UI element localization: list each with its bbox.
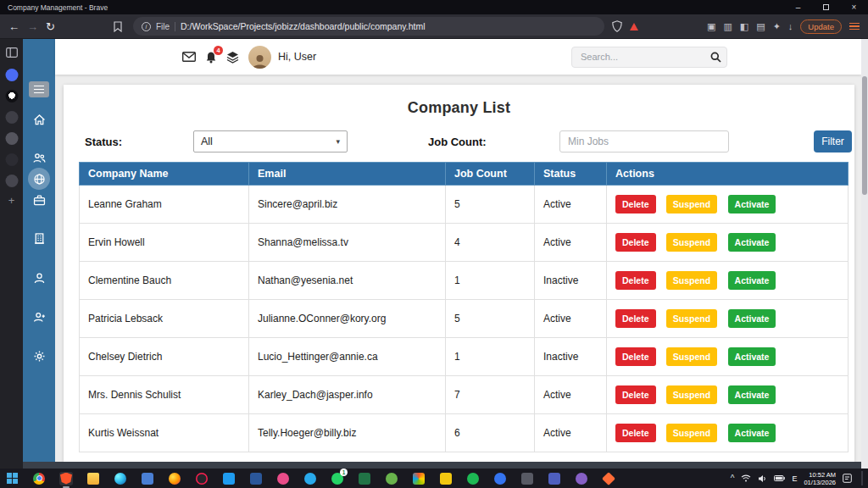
status-select[interactable]: All ▾: [193, 130, 348, 152]
language-indicator[interactable]: E: [792, 474, 797, 483]
taskbar-phone-link-icon[interactable]: [520, 472, 534, 485]
delete-button[interactable]: Delete: [615, 271, 656, 290]
activate-button[interactable]: Activate: [728, 233, 776, 252]
sidebar-item-office[interactable]: [23, 231, 55, 246]
delete-button[interactable]: Delete: [615, 385, 656, 404]
delete-button[interactable]: Delete: [615, 309, 656, 328]
leo-ai-shortcut-icon[interactable]: [5, 69, 18, 81]
user-avatar[interactable]: [248, 46, 271, 69]
url-text[interactable]: D:/WorkSpace/Projects/jobizz/dashboard/p…: [181, 21, 426, 31]
taskbar-opera-icon[interactable]: [195, 472, 209, 485]
reload-icon[interactable]: ↻: [46, 21, 55, 32]
app-shortcut-icon-2[interactable]: [5, 132, 18, 145]
site-info-icon[interactable]: i: [142, 22, 151, 31]
delete-button[interactable]: Delete: [615, 195, 656, 214]
menu-icon[interactable]: [849, 23, 860, 30]
taskbar-clock[interactable]: 10:52 AM 01/13/2026: [804, 471, 836, 486]
sidebar-item-profile[interactable]: [23, 271, 55, 286]
sidebar-item-settings[interactable]: [23, 349, 55, 363]
taskbar-chrome-icon[interactable]: [32, 472, 46, 485]
forward-icon[interactable]: →: [27, 21, 38, 32]
activate-button[interactable]: Activate: [728, 424, 776, 442]
suspend-button[interactable]: Suspend: [666, 385, 717, 404]
start-button-icon[interactable]: [5, 472, 19, 485]
sidebar-icon[interactable]: ◧: [740, 22, 748, 31]
tray-overflow-chevron-icon[interactable]: ^: [731, 474, 735, 483]
close-button[interactable]: ×: [840, 0, 868, 14]
taskbar-photos-icon[interactable]: [412, 472, 426, 485]
taskbar-edge-icon[interactable]: [114, 472, 127, 485]
notifications-bell-icon[interactable]: 4: [205, 51, 217, 64]
scrollbar-thumb[interactable]: [862, 76, 867, 195]
reading-mode-icon[interactable]: ▤: [756, 22, 765, 31]
notification-center-icon[interactable]: [843, 474, 852, 483]
taskbar-power-bi-icon[interactable]: [439, 472, 453, 485]
github-shortcut-icon[interactable]: [5, 90, 18, 103]
taskbar-telegram-icon[interactable]: [303, 472, 317, 485]
taskbar-word-icon[interactable]: [249, 472, 263, 485]
taskbar-teams-person-icon[interactable]: [385, 472, 398, 485]
taskbar-dribbble-icon[interactable]: [276, 472, 290, 485]
filter-button[interactable]: Filter: [814, 130, 852, 152]
back-icon[interactable]: ←: [8, 21, 19, 32]
search-input[interactable]: [571, 47, 727, 68]
app-shortcut-icon-4[interactable]: [5, 175, 18, 187]
activate-button[interactable]: Activate: [728, 385, 776, 404]
delete-button[interactable]: Delete: [615, 233, 656, 252]
sidebar-item-jobs[interactable]: [23, 193, 55, 208]
activate-button[interactable]: Activate: [728, 271, 776, 290]
volume-icon[interactable]: [758, 474, 767, 483]
wallet-icon[interactable]: ▥: [723, 22, 732, 31]
brave-shield-icon[interactable]: [612, 20, 622, 32]
taskbar-visual-studio-icon[interactable]: [575, 472, 588, 485]
bookmark-icon[interactable]: [114, 21, 122, 32]
wifi-icon[interactable]: [741, 474, 751, 482]
update-button[interactable]: Update: [800, 19, 842, 34]
extensions-icon[interactable]: ▣: [707, 22, 715, 31]
suspend-button[interactable]: Suspend: [666, 347, 717, 366]
add-shortcut-button[interactable]: +: [8, 195, 15, 206]
maximize-button[interactable]: [812, 0, 840, 14]
mail-icon[interactable]: [182, 52, 196, 62]
delete-button[interactable]: Delete: [615, 424, 656, 442]
taskbar-teams-icon[interactable]: [548, 472, 561, 485]
sidebar-item-add-user[interactable]: [23, 310, 55, 324]
taskbar-calculator-icon[interactable]: [141, 472, 154, 485]
battery-icon[interactable]: [774, 475, 785, 481]
taskbar-vscode-icon[interactable]: [222, 472, 236, 485]
taskbar-whatsapp-icon[interactable]: 1: [331, 472, 344, 485]
activate-button[interactable]: Activate: [728, 309, 776, 328]
show-desktop-button[interactable]: [861, 471, 863, 485]
layers-stack-icon[interactable]: [226, 51, 239, 64]
suspend-button[interactable]: Suspend: [666, 195, 717, 214]
suspend-button[interactable]: Suspend: [666, 233, 717, 252]
delete-button[interactable]: Delete: [615, 347, 656, 366]
taskbar-app-a-icon[interactable]: [493, 472, 507, 485]
taskbar-spotify-icon[interactable]: [466, 472, 480, 485]
taskbar-brave-icon[interactable]: [59, 472, 73, 485]
leo-ai-icon[interactable]: ✦: [773, 22, 781, 31]
suspend-button[interactable]: Suspend: [666, 309, 717, 328]
min-jobs-input[interactable]: [559, 130, 729, 152]
activate-button[interactable]: Activate: [728, 347, 776, 366]
panel-toggle-icon[interactable]: [6, 46, 18, 61]
vertical-scrollbar[interactable]: [861, 39, 868, 469]
sidebar-item-users[interactable]: [23, 151, 55, 165]
app-shortcut-icon-1[interactable]: [5, 111, 18, 124]
sidebar-item-home[interactable]: [23, 113, 55, 127]
app-shortcut-icon-3[interactable]: [5, 153, 18, 166]
suspend-button[interactable]: Suspend: [666, 271, 717, 290]
taskbar-excel-icon[interactable]: [358, 472, 371, 485]
taskbar-postman-icon[interactable]: [602, 472, 615, 485]
suspend-button[interactable]: Suspend: [666, 424, 717, 442]
search-icon[interactable]: [710, 51, 721, 66]
activate-button[interactable]: Activate: [728, 195, 776, 214]
downloads-icon[interactable]: ↓: [788, 22, 793, 31]
minimize-button[interactable]: –: [784, 0, 812, 14]
brave-rewards-icon[interactable]: [630, 23, 638, 30]
sidebar-item-companies[interactable]: [23, 172, 55, 186]
address-bar[interactable]: i File D:/WorkSpace/Projects/jobizz/dash…: [133, 17, 604, 36]
sidebar-menu-toggle[interactable]: [29, 81, 49, 97]
taskbar-file-explorer-icon[interactable]: [86, 472, 100, 485]
taskbar-firefox-icon[interactable]: [168, 472, 181, 485]
